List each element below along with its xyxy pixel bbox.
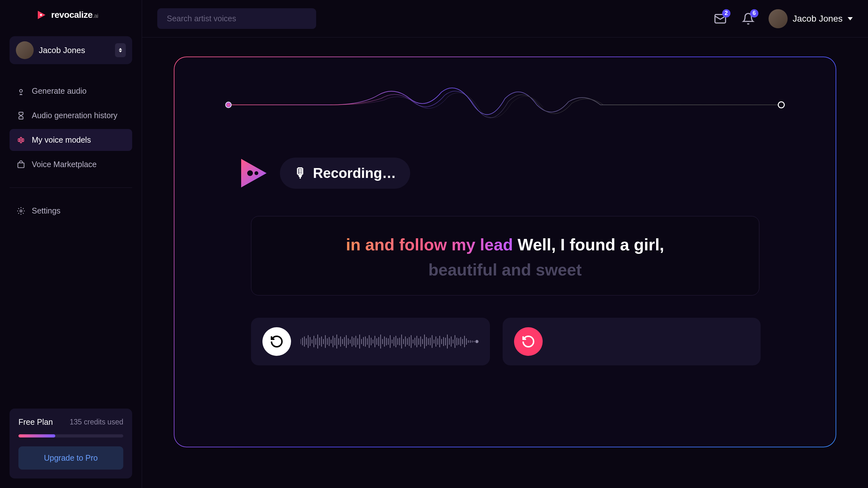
sidebar: revocalize.ai Jacob Jones Generate audio… bbox=[0, 0, 142, 488]
timeline-waveform[interactable] bbox=[219, 76, 791, 133]
nav-label: Generate audio bbox=[32, 86, 86, 96]
replay-recorded-button[interactable] bbox=[514, 327, 542, 356]
svg-rect-2 bbox=[18, 139, 20, 142]
credits-progress bbox=[19, 434, 123, 437]
microphone-icon: 🎙 bbox=[294, 165, 307, 181]
nav-label: Audio generation history bbox=[32, 111, 118, 120]
sidebar-item-history[interactable]: Audio generation history bbox=[9, 104, 132, 126]
gear-icon bbox=[17, 207, 25, 215]
svg-point-1 bbox=[20, 89, 23, 92]
divider bbox=[9, 187, 132, 188]
nav-label: Voice Marketplace bbox=[32, 160, 97, 169]
audio-tracks bbox=[251, 318, 760, 365]
avatar bbox=[769, 9, 787, 28]
voice-icon bbox=[17, 136, 25, 145]
workspace-name: Jacob Jones bbox=[39, 45, 110, 55]
recording-panel: 🎙 Recording… in and follow my lead Well,… bbox=[174, 57, 836, 447]
svg-point-0 bbox=[40, 14, 42, 16]
recording-status-badge: 🎙 Recording… bbox=[280, 158, 410, 189]
avatar bbox=[16, 41, 34, 59]
svg-rect-4 bbox=[22, 139, 24, 142]
waveform-recorded bbox=[552, 332, 749, 351]
plan-card: Free Plan 135 credits used Upgrade to Pr… bbox=[9, 408, 132, 479]
sidebar-item-marketplace[interactable]: Voice Marketplace bbox=[9, 153, 132, 175]
timeline-end-handle[interactable] bbox=[778, 101, 785, 108]
user-name: Jacob Jones bbox=[793, 14, 843, 24]
search-input[interactable] bbox=[157, 8, 316, 29]
recording-header: 🎙 Recording… bbox=[219, 156, 791, 191]
upgrade-button[interactable]: Upgrade to Pro bbox=[19, 447, 123, 469]
bell-badge: 6 bbox=[750, 9, 758, 18]
replay-icon bbox=[270, 335, 284, 348]
track-original bbox=[251, 318, 490, 365]
workspace-switcher[interactable]: Jacob Jones bbox=[9, 36, 132, 64]
progress-fill bbox=[19, 434, 55, 437]
logo-text: revocalize.ai bbox=[51, 10, 98, 20]
svg-point-102 bbox=[476, 340, 478, 343]
waveform-original bbox=[301, 332, 478, 351]
notifications-button[interactable]: 6 bbox=[741, 11, 756, 26]
plan-credits: 135 credits used bbox=[69, 418, 123, 426]
nav-label: Settings bbox=[32, 206, 60, 215]
content: 🎙 Recording… in and follow my lead Well,… bbox=[142, 37, 868, 488]
lyrics-sung: in and follow my lead bbox=[346, 236, 513, 254]
mic-icon bbox=[17, 87, 25, 96]
lyrics-upcoming: Well, I found a girl, bbox=[513, 236, 664, 254]
wave-visualization bbox=[219, 76, 791, 133]
switcher-toggle-icon[interactable] bbox=[115, 43, 126, 57]
lyrics-display: in and follow my lead Well, I found a gi… bbox=[251, 216, 760, 296]
track-recorded bbox=[503, 318, 761, 365]
topbar: 2 6 Jacob Jones bbox=[142, 0, 868, 37]
logo[interactable]: revocalize.ai bbox=[9, 9, 132, 20]
svg-point-9 bbox=[254, 171, 258, 175]
svg-point-6 bbox=[20, 210, 22, 212]
recording-status-text: Recording… bbox=[313, 165, 396, 181]
lyrics-current-line: in and follow my lead Well, I found a gi… bbox=[274, 232, 737, 257]
hourglass-icon bbox=[17, 111, 25, 120]
replay-original-button[interactable] bbox=[262, 327, 291, 356]
svg-rect-5 bbox=[18, 163, 24, 167]
main: 2 6 Jacob Jones bbox=[142, 0, 868, 488]
app-play-icon bbox=[238, 156, 270, 191]
chevron-down-icon bbox=[848, 17, 853, 20]
sidebar-item-generate-audio[interactable]: Generate audio bbox=[9, 80, 132, 102]
user-menu[interactable]: Jacob Jones bbox=[769, 9, 853, 28]
sidebar-item-settings[interactable]: Settings bbox=[9, 200, 132, 222]
svg-rect-3 bbox=[20, 137, 22, 143]
logo-icon bbox=[36, 9, 47, 20]
lyrics-next-line: beautiful and sweet bbox=[274, 260, 737, 279]
mail-button[interactable]: 2 bbox=[713, 11, 728, 26]
replay-icon bbox=[521, 335, 535, 348]
svg-point-8 bbox=[247, 170, 253, 176]
nav-label: My voice models bbox=[32, 135, 91, 145]
main-nav: Generate audio Audio generation history … bbox=[9, 80, 132, 222]
sidebar-item-voice-models[interactable]: My voice models bbox=[9, 129, 132, 151]
plan-name: Free Plan bbox=[19, 418, 53, 427]
timeline-start-handle[interactable] bbox=[225, 102, 231, 108]
mail-badge: 2 bbox=[722, 9, 731, 18]
shop-icon bbox=[17, 160, 25, 169]
